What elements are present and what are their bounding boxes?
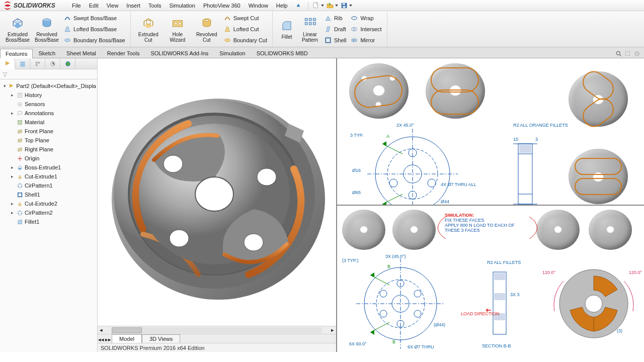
menu-tools[interactable]: Tools <box>145 2 165 10</box>
boundary-boss-button[interactable]: Boundary Boss/Base <box>61 35 127 46</box>
tree-tab-dimx[interactable] <box>45 58 60 69</box>
menu-insert[interactable]: Insert <box>123 2 144 10</box>
menu-help[interactable]: Help <box>273 2 291 10</box>
expand-icon[interactable]: ▸ <box>10 174 15 179</box>
tree-filter[interactable] <box>0 69 97 79</box>
revolved-boss-button[interactable]: Revolved Boss/Base <box>32 13 61 46</box>
plane-icon <box>16 128 23 135</box>
graphics-view[interactable]: ◂ ▸ ◂◂ ▸▸ Model 3D Views SOLIDWORKS Prem… <box>98 58 336 352</box>
tab-sketch[interactable]: Sketch <box>33 48 61 58</box>
tree-item[interactable]: ▸Annotations <box>1 109 96 118</box>
expand-icon[interactable]: ▸ <box>10 202 15 206</box>
lofted-boss-button[interactable]: Lofted Boss/Base <box>61 24 127 35</box>
features-small-1: Rib Draft Shell <box>322 13 348 46</box>
tree-item[interactable]: ▸Boss-Extrude1 <box>1 163 96 172</box>
mirror-button[interactable]: Mirror <box>348 35 383 46</box>
tree-tab-display[interactable] <box>60 58 75 69</box>
expand-icon[interactable]: ▸ <box>10 211 15 215</box>
tab-nav-left[interactable]: ◂◂ <box>98 336 105 343</box>
tree-item[interactable]: CirPattern1 <box>1 181 96 190</box>
extruded-boss-button[interactable]: Extruded Boss/Base <box>3 13 32 46</box>
save-button[interactable] <box>340 1 353 11</box>
tree-root[interactable]: ▾ Part2 (Default<<Default>_Displa <box>1 81 96 90</box>
rib-button[interactable]: Rib <box>322 13 348 24</box>
tree-item[interactable]: Front Plane <box>1 127 96 136</box>
tree-item[interactable]: Right Plane <box>1 145 96 154</box>
tree-item[interactable]: Top Plane <box>1 136 96 145</box>
extruded-cut-button[interactable]: Extruded Cut <box>134 13 163 46</box>
annot: 120.0° <box>629 270 642 275</box>
annot: Ø65 <box>352 190 361 195</box>
prev-view-icon[interactable] <box>633 50 641 58</box>
expand-icon[interactable] <box>10 138 15 143</box>
tree-item[interactable]: ▸Cut-Extrude1 <box>1 172 96 181</box>
menu-view[interactable]: View <box>103 2 122 10</box>
swept-boss-button[interactable]: Swept Boss/Base <box>61 13 127 24</box>
horizontal-scrollbar[interactable]: ◂ ▸ <box>98 326 336 334</box>
tab-3d-views[interactable]: 3D Views <box>142 334 180 343</box>
tree-item[interactable]: Fillet1 <box>1 217 96 226</box>
zoom-area-icon[interactable] <box>624 50 632 58</box>
tab-nav-right[interactable]: ▸▸ <box>105 336 112 343</box>
expand-icon[interactable]: ▾ <box>3 84 7 88</box>
expand-icon[interactable] <box>10 193 15 197</box>
expand-icon[interactable] <box>10 120 15 125</box>
expand-icon[interactable]: ▸ <box>10 111 15 116</box>
menu-photoview[interactable]: PhotoView 360 <box>200 2 244 10</box>
expand-icon[interactable] <box>10 156 15 161</box>
menu-edit[interactable]: Edit <box>86 2 102 10</box>
expand-icon[interactable] <box>10 184 15 188</box>
tab-mbd[interactable]: SOLIDWORKS MBD <box>251 48 313 58</box>
wrap-button[interactable]: Wrap <box>348 13 383 24</box>
scroll-track[interactable] <box>112 327 322 333</box>
expand-icon[interactable] <box>10 220 15 224</box>
help-icon[interactable] <box>292 1 305 11</box>
svg-point-55 <box>164 155 183 172</box>
tree-tab-config[interactable] <box>30 58 45 69</box>
tab-model[interactable]: Model <box>112 334 142 343</box>
scroll-thumb[interactable] <box>112 327 142 333</box>
open-doc-button[interactable] <box>326 1 339 11</box>
material-icon <box>16 119 23 126</box>
hole-wizard-button[interactable]: Hole Wizard <box>163 13 192 46</box>
tree-item[interactable]: ▸History <box>1 90 96 100</box>
tree-item[interactable]: Sensors <box>1 100 96 109</box>
menu-file[interactable]: File <box>68 2 85 10</box>
tree-item[interactable]: Origin <box>1 154 96 163</box>
tree-item-label: Front Plane <box>25 128 53 134</box>
draft-button[interactable]: Draft <box>322 24 348 35</box>
expand-icon[interactable] <box>10 147 15 152</box>
shell-button[interactable]: Shell <box>322 35 348 46</box>
tree-tab-property[interactable] <box>15 58 30 69</box>
tree-item[interactable]: Material <box>1 118 96 127</box>
tab-features[interactable]: Features <box>0 49 33 58</box>
new-doc-button[interactable] <box>311 1 325 11</box>
svg-rect-30 <box>38 62 40 64</box>
tab-render-tools[interactable]: Render Tools <box>102 48 145 58</box>
tree-item[interactable]: Shell1 <box>1 190 96 199</box>
revolved-cut-button[interactable]: Revolved Cut <box>192 13 221 46</box>
svg-rect-13 <box>305 18 307 21</box>
tab-sheet-metal[interactable]: Sheet Metal <box>61 48 102 58</box>
expand-icon[interactable]: ▸ <box>10 165 15 170</box>
tree-item[interactable]: ▸CirPattern2 <box>1 208 96 217</box>
tab-simulation[interactable]: Simulation <box>214 48 251 58</box>
boundary-cut-button[interactable]: Boundary Cut <box>221 35 269 46</box>
tree-tab-feature[interactable] <box>0 58 15 69</box>
expand-icon[interactable]: ▸ <box>10 93 15 98</box>
lofted-cut-button[interactable]: Lofted Cut <box>221 24 269 35</box>
svg-rect-17 <box>309 22 311 25</box>
zoom-fit-icon[interactable] <box>615 50 623 58</box>
expand-icon[interactable] <box>10 129 15 134</box>
swept-cut-button[interactable]: Swept Cut <box>221 13 269 24</box>
linear-pattern-button[interactable]: Linear Pattern <box>298 13 322 46</box>
menu-simulation[interactable]: Simulation <box>166 2 199 10</box>
fillet-button[interactable]: Fillet <box>276 13 298 46</box>
svg-rect-89 <box>494 273 505 280</box>
svg-rect-44 <box>19 203 20 204</box>
tab-addins[interactable]: SOLIDWORKS Add-Ins <box>145 48 214 58</box>
tree-item[interactable]: ▸Cut-Extrude2 <box>1 199 96 208</box>
menu-window[interactable]: Window <box>245 2 272 10</box>
intersect-button[interactable]: Intersect <box>348 24 383 35</box>
expand-icon[interactable] <box>10 102 15 107</box>
